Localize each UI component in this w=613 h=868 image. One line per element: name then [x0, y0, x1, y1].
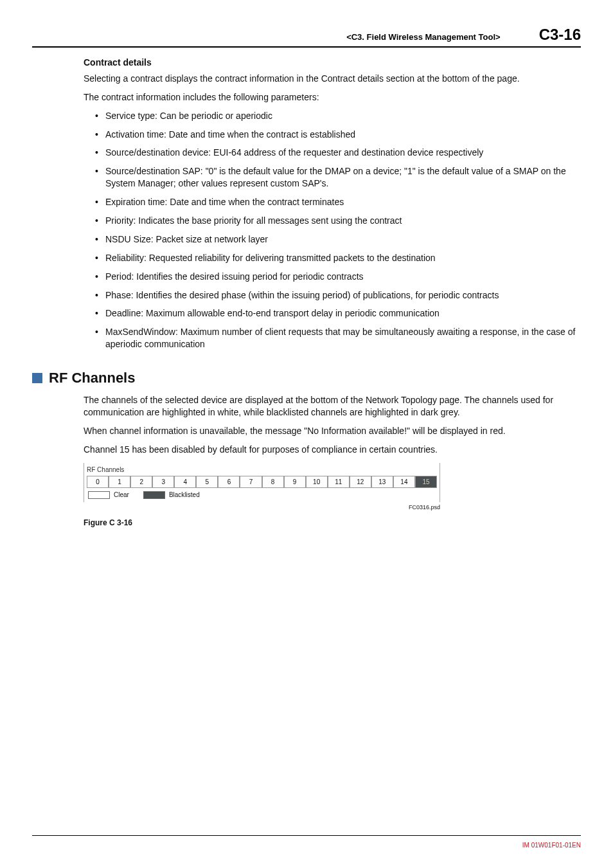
rf-channel-cell: 14	[393, 476, 415, 489]
list-item: Service type: Can be periodic or aperiod…	[95, 110, 581, 122]
rf-channels-heading: RF Channels	[32, 368, 581, 388]
page: <C3. Field Wireless Management Tool> C3-…	[0, 0, 613, 868]
list-item: Source/destination device: EUI-64 addres…	[95, 147, 581, 159]
rf-channels-panel-label: RF Channels	[87, 466, 437, 475]
rf-channels-legend: Clear Blacklisted	[87, 488, 437, 500]
rf-channel-cell: 7	[240, 476, 262, 489]
contract-details-p1: Selecting a contract displays the contra…	[84, 73, 581, 85]
figure-source-filename: FC0316.psd	[84, 503, 440, 511]
rf-channel-cell: 3	[152, 476, 174, 489]
rf-channel-cell: 8	[262, 476, 284, 489]
rf-channel-cell: 12	[350, 476, 371, 489]
section-bullet-icon	[32, 373, 42, 383]
rf-channel-cell: 0	[87, 476, 109, 489]
list-item: Activation time: Date and time when the …	[95, 129, 581, 141]
rf-channel-cell: 2	[130, 476, 152, 489]
legend-blacklisted-label: Blacklisted	[169, 491, 200, 500]
rf-channel-cell: 5	[196, 476, 218, 489]
list-item: Reliability: Requested reliability for d…	[95, 252, 581, 264]
list-item: NSDU Size: Packet size at network layer	[95, 233, 581, 246]
contract-details-heading: Contract details	[84, 57, 581, 69]
page-body: Contract details Selecting a contract di…	[32, 57, 581, 528]
contract-details-list: Service type: Can be periodic or aperiod…	[84, 110, 581, 350]
rf-channels-p3: Channel 15 has been disabled by default …	[84, 444, 581, 456]
rf-channel-cell: 11	[328, 476, 350, 489]
legend-swatch-blacklisted-icon	[143, 491, 165, 499]
page-header: <C3. Field Wireless Management Tool> C3-…	[32, 26, 581, 48]
legend-clear-label: Clear	[114, 491, 129, 500]
rf-channels-p1: The channels of the selected device are …	[84, 394, 581, 419]
rf-channels-panel: RF Channels 0 1 2 3 4 5 6 7 8 9 10 11 12…	[84, 463, 440, 502]
rf-channel-cell: 1	[109, 476, 130, 489]
rf-channels-row: 0 1 2 3 4 5 6 7 8 9 10 11 12 13 14 15	[87, 476, 437, 489]
rf-channels-p2: When channel information is unavailable,…	[84, 425, 581, 437]
rf-channel-cell: 10	[306, 476, 328, 489]
figure-caption: Figure C 3-16	[84, 518, 440, 528]
list-item: Source/destination SAP: "0" is the defau…	[95, 165, 581, 190]
rf-channel-cell: 9	[284, 476, 306, 489]
list-item: Period: Identifies the desired issuing p…	[95, 271, 581, 283]
legend-swatch-clear-icon	[88, 491, 110, 499]
contract-details-p2: The contract information includes the fo…	[84, 91, 581, 104]
chapter-title: <C3. Field Wireless Management Tool>	[346, 32, 500, 42]
list-item: Phase: Identifies the desired phase (wit…	[95, 289, 581, 302]
document-id: IM 01W01F01-01EN	[522, 842, 581, 849]
list-item: Priority: Indicates the base priority fo…	[95, 215, 581, 227]
rf-channels-figure: RF Channels 0 1 2 3 4 5 6 7 8 9 10 11 12…	[84, 463, 440, 528]
rf-channel-cell: 6	[218, 476, 240, 489]
list-item: Deadline: Maximum allowable end-to-end t…	[95, 307, 581, 320]
list-item: Expiration time: Date and time when the …	[95, 196, 581, 208]
footer-rule	[32, 835, 581, 836]
rf-channels-title: RF Channels	[49, 368, 135, 388]
rf-channel-cell: 13	[371, 476, 393, 489]
list-item: MaxSendWindow: Maximum number of client …	[95, 326, 581, 350]
page-number: C3-16	[539, 26, 581, 44]
rf-channel-cell: 4	[174, 476, 196, 489]
rf-channel-cell-blacklisted: 15	[415, 476, 437, 489]
